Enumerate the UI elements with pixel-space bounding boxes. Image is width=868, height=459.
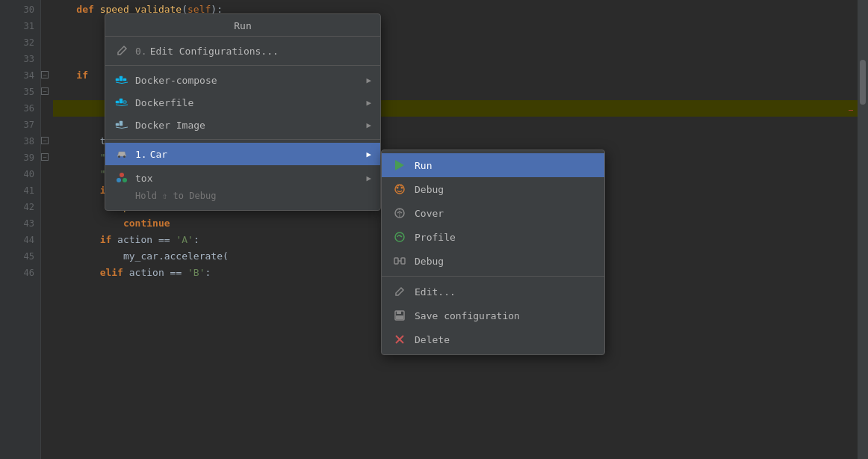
run-menu: Run 0. Edit Configurations...: [105, 13, 381, 211]
line-34: 34: [24, 67, 34, 84]
save-config-icon: [392, 308, 407, 323]
pencil-icon: [114, 43, 129, 58]
separator-1: [105, 65, 380, 66]
run-icon: [392, 158, 407, 173]
line-45: 45: [24, 248, 34, 265]
cover-icon: [392, 206, 407, 221]
car-icon: [114, 147, 129, 161]
submenu-profile-label: Profile: [415, 232, 456, 243]
dockerfile-icon: [114, 95, 129, 110]
tox-section: tox ▶ Hold ⇧ to Debug: [105, 165, 380, 207]
scrollbar-thumb[interactable]: [860, 60, 866, 105]
edit-pencil-icon: [392, 284, 407, 299]
run-menu-panel: Run 0. Edit Configurations...: [105, 13, 381, 211]
docker-image-label: Docker Image: [135, 120, 366, 131]
edit-configurations-item[interactable]: 0. Edit Configurations...: [105, 40, 380, 62]
line-43: 43: [24, 215, 34, 232]
edit-config-number: 0.: [135, 46, 147, 57]
error-indicator: —: [849, 102, 853, 118]
docker-compose-label: Docker-compose: [135, 75, 366, 86]
svg-rect-3: [123, 78, 126, 81]
submenu-save-label: Save configuration: [415, 310, 520, 321]
car-arrow: ▶: [366, 150, 371, 159]
submenu-separator: [382, 276, 604, 277]
fold-icon-34: −: [41, 71, 49, 78]
submenu-edit-label: Edit...: [415, 286, 456, 298]
svg-rect-29: [396, 315, 403, 319]
tox-hold-hint: Hold ⇧ to Debug: [105, 189, 380, 206]
svg-point-18: [401, 187, 403, 189]
line-44: 44: [24, 232, 34, 248]
docker-compose-arrow: ▶: [366, 76, 371, 85]
tox-label: tox: [135, 173, 366, 184]
submenu-save-item[interactable]: Save configuration: [382, 304, 604, 327]
line-38: 38: [24, 133, 34, 150]
line-40: 40: [24, 166, 34, 182]
menu-title: Run: [105, 17, 380, 37]
line-30: 30: [24, 1, 34, 18]
line-46: 46: [24, 265, 34, 281]
submenu-run-label: Run: [415, 160, 432, 171]
car-item[interactable]: 1. Car ▶: [105, 143, 380, 165]
dockerfile-label: Dockerfile: [135, 97, 366, 108]
svg-rect-8: [116, 123, 119, 126]
line-42: 42: [24, 199, 34, 215]
dockerfile-item[interactable]: Dockerfile ▶: [105, 91, 380, 114]
docker-image-item[interactable]: Docker Image ▶: [105, 114, 380, 136]
submenu-run-item[interactable]: Run: [382, 153, 604, 177]
submenu-cover-label: Cover: [415, 208, 444, 219]
svg-rect-0: [116, 78, 119, 81]
docker-image-arrow: ▶: [366, 120, 371, 130]
svg-rect-25: [401, 258, 405, 264]
line-37: 37: [24, 117, 34, 133]
tox-icon: [114, 170, 129, 185]
submenu-delete-label: Delete: [415, 334, 450, 345]
submenu-debug-label: Debug: [415, 184, 444, 195]
submenu-debug2-item[interactable]: Debug: [382, 249, 604, 273]
line-number-gutter: 30 31 32 33 34 35 36 37 38 39 40 41 42 4…: [0, 0, 41, 459]
svg-rect-1: [120, 76, 123, 78]
fold-icon-35: −: [41, 87, 49, 95]
submenu-profile-item[interactable]: Profile: [382, 225, 604, 249]
submenu-edit-item[interactable]: Edit...: [382, 280, 604, 304]
tox-arrow: ▶: [366, 173, 371, 183]
svg-point-15: [117, 178, 121, 182]
tox-item[interactable]: tox ▶: [105, 167, 380, 189]
submenu-debug2-label: Debug: [415, 256, 444, 267]
profile-icon: [392, 230, 407, 244]
submenu-delete-item[interactable]: Delete: [382, 327, 604, 351]
svg-point-13: [120, 173, 124, 177]
svg-rect-5: [120, 99, 123, 101]
line-39: 39: [24, 150, 34, 166]
svg-rect-9: [120, 121, 123, 123]
car-label: Car: [150, 149, 367, 160]
submenu-cover-item[interactable]: Cover: [382, 201, 604, 225]
separator-2: [105, 139, 380, 140]
svg-rect-28: [397, 311, 401, 314]
line-36: 36: [24, 100, 34, 117]
svg-rect-10: [120, 123, 123, 126]
svg-point-12: [123, 155, 125, 158]
dockerfile-arrow: ▶: [366, 98, 371, 108]
run-submenu: Run Debug: [381, 150, 605, 355]
line-33: 33: [24, 51, 34, 67]
docker-compose-item[interactable]: Docker-compose ▶: [105, 69, 380, 91]
svg-rect-7: [123, 101, 126, 103]
line-31: 31: [24, 18, 34, 34]
scrollbar[interactable]: [858, 0, 868, 459]
debug-icon: [392, 182, 407, 197]
submenu-debug-item[interactable]: Debug: [382, 177, 604, 201]
svg-point-14: [123, 178, 127, 182]
svg-point-17: [397, 187, 399, 189]
svg-point-23: [395, 232, 404, 241]
svg-point-11: [118, 155, 120, 158]
concurrency-debug-icon: [392, 253, 407, 268]
svg-rect-24: [394, 258, 398, 264]
line-32: 32: [24, 34, 34, 51]
svg-rect-2: [120, 78, 123, 81]
delete-x-icon: [392, 332, 407, 347]
docker-compose-icon: [114, 73, 129, 87]
line-41: 41: [24, 182, 34, 199]
edit-config-label: Edit Configurations...: [150, 46, 371, 57]
svg-rect-4: [116, 101, 119, 103]
